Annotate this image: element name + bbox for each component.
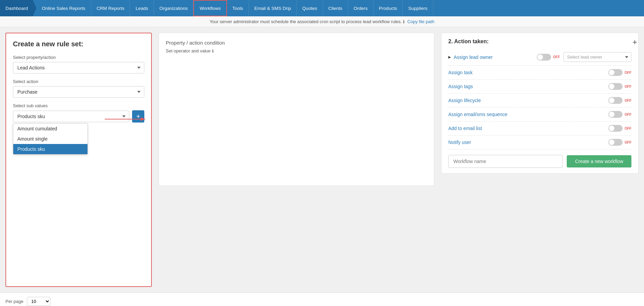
nav-item-organizations[interactable]: Organizations (154, 0, 193, 16)
info-icon-small: ℹ (212, 49, 214, 53)
nav-item-products[interactable]: Products (373, 0, 403, 16)
action-row-assign-lifecycle: Assign lifecycle OFF (448, 94, 631, 108)
action-select[interactable]: Purchase (13, 86, 144, 98)
panel-title: Create a new rule set: (13, 40, 144, 48)
action-row-add-email-list: Add to email list OFF (448, 122, 631, 135)
nav-item-dashboard[interactable]: Dashboard (0, 0, 36, 16)
nav-item-quotes[interactable]: Quotes (297, 0, 323, 16)
toggle-label-assign-tags: OFF (625, 85, 631, 88)
middle-panel: Property / action condition Set operator… (152, 33, 441, 287)
toggle-thumb-assign-lifecycle (609, 98, 614, 103)
toggle-track-assign-email-sms[interactable] (608, 111, 623, 118)
action-row-notify-user: Notify user OFF (448, 135, 631, 149)
info-icon: ℹ (403, 19, 405, 24)
right-panel-inner: 2. Action taken: ▶ Assign lead owner OFF (441, 33, 639, 174)
toggle-notify-user[interactable]: OFF (608, 139, 631, 146)
sub-values-group: Select sub values Products sku + Amount … (13, 103, 144, 123)
assign-lifecycle-link[interactable]: Assign lifecycle (448, 98, 481, 103)
nav-item-workflows[interactable]: Workflows (193, 0, 227, 16)
info-text: Your server administrator must schedule … (210, 19, 402, 24)
copy-file-path-link[interactable]: Copy file path (407, 19, 435, 24)
property-action-label: Select property/action (13, 55, 144, 60)
toggle-label-assign-lead-owner: OFF (553, 55, 560, 59)
notify-user-link[interactable]: Notify user (448, 140, 471, 145)
toggle-assign-task[interactable]: OFF (608, 69, 631, 76)
nav-bar: DashboardOnline Sales ReportsCRM Reports… (0, 0, 644, 16)
assign-lead-owner-link[interactable]: Assign lead owner (454, 54, 493, 60)
add-email-list-link[interactable]: Add to email list (448, 126, 482, 131)
assign-task-link[interactable]: Assign task (448, 70, 473, 75)
toggle-add-email-list[interactable]: OFF (608, 125, 631, 132)
toggle-track-assign-tags[interactable] (608, 83, 623, 90)
action-label: Select action (13, 79, 144, 84)
svg-marker-1 (141, 117, 146, 121)
toggle-label-assign-email-sms: OFF (625, 113, 631, 116)
toggle-thumb-assign-email-sms (609, 112, 614, 117)
workflow-name-input[interactable] (448, 155, 563, 168)
toggle-label-assign-task: OFF (625, 71, 631, 75)
right-panel: 2. Action taken: ▶ Assign lead owner OFF (441, 33, 639, 287)
toggle-label-assign-lifecycle: OFF (625, 99, 631, 102)
toggle-track-add-email-list[interactable] (608, 125, 623, 132)
nav-item-crm-reports[interactable]: CRM Reports (91, 0, 130, 16)
per-page-select[interactable]: 10 25 50 (27, 297, 50, 306)
dropdown-item-amount-cumulated[interactable]: Amount cumulated (13, 124, 87, 134)
red-arrow-svg (105, 116, 146, 123)
toggle-label-add-email-list: OFF (625, 127, 631, 130)
nav-item-orders[interactable]: Orders (348, 0, 373, 16)
create-workflow-button[interactable]: Create a new workflow (567, 155, 631, 167)
toggle-assign-email-sms[interactable]: OFF (608, 111, 631, 118)
nav-item-tools[interactable]: Tools (227, 0, 249, 16)
action-row-assign-task: Assign task OFF (448, 66, 631, 80)
toggle-assign-tags[interactable]: OFF (608, 83, 631, 90)
action-taken-title: 2. Action taken: (448, 38, 631, 45)
toggle-thumb-assign-task (609, 70, 614, 75)
nav-item-suppliers[interactable]: Suppliers (403, 0, 433, 16)
toggle-label-notify-user: OFF (625, 141, 631, 144)
per-page-label: Per page (5, 299, 23, 304)
sub-values-dropdown: Amount cumulated Amount single Products … (13, 123, 88, 155)
toggle-thumb-assign-lead-owner (537, 54, 543, 60)
expand-icon-assign-lead-owner: ▶ (448, 55, 451, 59)
dropdown-item-products-sku[interactable]: Products sku (13, 144, 87, 154)
property-action-condition-label: Property / action condition (166, 40, 427, 46)
assign-tags-link[interactable]: Assign tags (448, 84, 473, 89)
action-row-assign-lead-owner: ▶ Assign lead owner OFF Select lead owne… (448, 49, 631, 66)
nav-item-clients[interactable]: Clients (323, 0, 348, 16)
property-action-group: Select property/action Lead Actions (13, 55, 144, 74)
toggle-track-assign-lifecycle[interactable] (608, 97, 623, 104)
arrow-indicator (105, 116, 146, 123)
assign-email-sms-link[interactable]: Assign email/sms sequence (448, 112, 508, 117)
toggle-assign-lifecycle[interactable]: OFF (608, 97, 631, 104)
main-content: Create a new rule set: Select property/a… (0, 27, 644, 292)
footer-bar: Per page 10 25 50 (0, 292, 644, 306)
add-rule-button[interactable]: + (632, 37, 637, 47)
action-row-assign-email-sms: Assign email/sms sequence OFF (448, 108, 631, 122)
property-action-select[interactable]: Lead Actions (13, 62, 144, 74)
sub-values-label: Select sub values (13, 103, 144, 108)
toggle-track-assign-lead-owner[interactable] (537, 54, 551, 61)
bottom-row: Create a new workflow (448, 155, 631, 168)
nav-item-online-sales-reports[interactable]: Online Sales Reports (36, 0, 91, 16)
action-row-assign-tags: Assign tags OFF (448, 80, 631, 94)
toggle-assign-lead-owner[interactable]: OFF (537, 54, 560, 61)
lead-owner-select[interactable]: Select lead owner (563, 52, 631, 62)
toggle-thumb-assign-tags (609, 84, 614, 89)
set-operator-label: Set operator and value ℹ (166, 48, 427, 53)
info-bar: Your server administrator must schedule … (0, 16, 644, 27)
toggle-track-notify-user[interactable] (608, 139, 623, 146)
toggle-thumb-add-email-list (609, 126, 614, 131)
nav-item-email---sms-drip[interactable]: Email & SMS Drip (249, 0, 297, 16)
left-panel: Create a new rule set: Select property/a… (5, 33, 152, 287)
nav-item-leads[interactable]: Leads (130, 0, 154, 16)
middle-panel-inner: Property / action condition Set operator… (159, 33, 434, 186)
toggle-thumb-notify-user (609, 140, 614, 145)
toggle-track-assign-task[interactable] (608, 69, 623, 76)
action-group: Select action Purchase (13, 79, 144, 98)
dropdown-item-amount-single[interactable]: Amount single (13, 134, 87, 144)
